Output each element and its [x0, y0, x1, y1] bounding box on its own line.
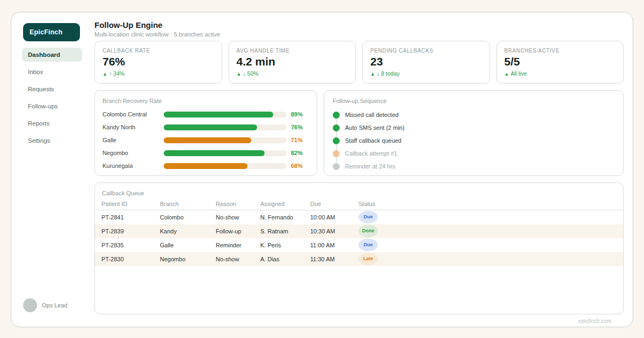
kpi-row: CALLBACK RATE76%▲↑ 34%AVG HANDLE TIME4.2… — [94, 41, 624, 84]
kpi-delta-text: All live — [510, 70, 526, 77]
bar-label: Kandy North — [103, 124, 164, 130]
bar-track — [164, 112, 287, 117]
kpi-delta-text: ↑ 34% — [109, 70, 125, 77]
avatar — [23, 298, 37, 312]
cell-due: 10:00 AM — [310, 210, 358, 224]
followup-sequence-panel: Follow-up Sequence Missed call detectedA… — [324, 90, 624, 176]
middle-row: Branch Recovery Rate Colombo Central89%K… — [94, 90, 624, 176]
user-name: Ops Lead — [42, 302, 68, 308]
cell-branch: Colombo — [160, 210, 216, 224]
sidebar-item-inbox[interactable]: Inbox — [22, 65, 82, 79]
sequence-step-4: Callback attempt #1 — [333, 147, 614, 160]
sidebar-item-dashboard[interactable]: Dashboard — [22, 48, 82, 62]
kpi-delta-text: ↓ 8 today — [377, 70, 400, 77]
bar-track — [164, 137, 287, 143]
page-title: Follow-Up Engine — [94, 21, 624, 30]
cell-patient-id: PT-2841 — [95, 210, 160, 224]
table-row-pt-2839[interactable]: PT-2839KandyFollow-upS. Ratnam10:30 AMDo… — [95, 224, 623, 238]
sidebar-item-reports[interactable]: Reports — [22, 116, 82, 130]
sidebar-item-requests[interactable]: Requests — [22, 82, 82, 96]
bar-chart: Colombo Central89%Kandy North76%Galle71%… — [103, 108, 309, 172]
bar-fill — [164, 137, 251, 143]
step-label: Auto SMS sent (2 min) — [345, 124, 405, 131]
step-pending-dot-icon — [333, 163, 340, 170]
user-chip[interactable]: Ops Lead — [23, 298, 68, 312]
bar-label: Colombo Central — [103, 111, 164, 117]
kpi-value: 23 — [370, 55, 482, 68]
trend-up-icon: ▲ — [103, 71, 107, 77]
cell-assigned: A. Dias — [260, 252, 310, 266]
bar-track — [164, 163, 287, 169]
kpi-value: 5/5 — [504, 55, 616, 68]
sidebar-item-label: Dashboard — [28, 52, 60, 58]
kpi-label: PENDING CALLBACKS — [370, 48, 482, 54]
footer-link[interactable]: epicfinch.com — [579, 318, 611, 324]
bar-row-negombo: Negombo82% — [103, 146, 309, 159]
bar-label: Negombo — [103, 150, 164, 156]
bar-fill — [164, 112, 273, 117]
status-badge: Done — [358, 225, 378, 237]
bar-fill — [164, 150, 265, 156]
sidebar-item-settings[interactable]: Settings — [22, 134, 82, 148]
sidebar-item-label: Reports — [28, 120, 49, 127]
kpi-value: 76% — [103, 55, 214, 68]
kpi-card-avg-handle-time: AVG HANDLE TIME4.2 min▲↓ 50% — [229, 41, 356, 84]
main-content: Follow-Up Engine Multi-location clinic w… — [94, 21, 624, 314]
cell-patient-id: PT-2835 — [95, 238, 160, 252]
bar-fill — [164, 163, 247, 169]
cell-reason: Reminder — [216, 238, 260, 252]
trend-up-icon: ▲ — [504, 71, 509, 77]
table-row-pt-2841[interactable]: PT-2841ColomboNo-showN. Fernando10:00 AM… — [95, 210, 623, 224]
bar-value: 82% — [291, 150, 309, 156]
bar-fill — [164, 124, 257, 130]
cell-patient-id: PT-2839 — [95, 224, 160, 238]
cell-status: Done — [358, 224, 623, 238]
cell-branch: Galle — [160, 238, 216, 252]
cell-assigned: N. Fernando — [260, 210, 310, 224]
sidebar: EpicFinch DashboardInboxRequestsFollow-u… — [22, 23, 82, 317]
kpi-label: BRANCHES ACTIVE — [504, 48, 616, 54]
page-subtitle: Multi-location clinic workflow · 5 branc… — [94, 31, 624, 38]
epicfinch-logo: EpicFinch — [23, 23, 80, 41]
kpi-delta: ▲All live — [504, 70, 616, 77]
kpi-card-branches-active: BRANCHES ACTIVE5/5▲All live — [496, 41, 624, 84]
cell-status: Late — [358, 252, 623, 266]
table-row-pt-2830[interactable]: PT-2830NegomboNo-showA. Dias11:30 AMLate — [95, 252, 623, 266]
sidebar-item-label: Inbox — [28, 69, 43, 75]
column-header-patient-id: Patient ID — [95, 200, 160, 210]
cell-status: Due — [358, 210, 623, 224]
step-label: Callback attempt #1 — [345, 150, 397, 157]
sidebar-item-follow-ups[interactable]: Follow-ups — [22, 99, 82, 113]
step-active-dot-icon — [333, 150, 340, 157]
sequence-step-3: Staff callback queued — [333, 134, 614, 147]
cell-status: Due — [358, 238, 623, 252]
cell-branch: Kandy — [160, 224, 216, 238]
column-header-branch: Branch — [160, 200, 216, 210]
column-header-due: Due — [310, 200, 358, 210]
kpi-label: AVG HANDLE TIME — [237, 48, 348, 54]
panel-title: Branch Recovery Rate — [103, 98, 309, 104]
bar-value: 76% — [291, 124, 309, 130]
cell-reason: Follow-up — [216, 224, 260, 238]
trend-up-icon: ▲ — [237, 71, 241, 77]
step-done-dot-icon — [333, 124, 340, 131]
cell-due: 11:00 AM — [310, 238, 358, 252]
sidebar-item-label: Follow-ups — [28, 103, 58, 109]
sequence-step-1: Missed call detected — [333, 108, 614, 121]
bar-row-kurunegala: Kurunegala68% — [103, 159, 309, 172]
table-row-pt-2835[interactable]: PT-2835GalleReminderK. Peris11:00 AMDue — [95, 238, 623, 252]
sequence-step-5: Reminder at 24 hrs — [333, 160, 614, 173]
column-header-assigned: Assigned — [260, 200, 310, 210]
sidebar-item-label: Requests — [28, 86, 54, 92]
sequence-steps: Missed call detectedAuto SMS sent (2 min… — [333, 108, 614, 173]
cell-patient-id: PT-2830 — [95, 252, 160, 266]
bar-track — [164, 124, 287, 130]
cell-reason: No-show — [216, 252, 260, 266]
logo-text: EpicFinch — [30, 28, 63, 36]
queue-table: Patient IDBranchReasonAssignedDueStatus … — [95, 200, 623, 266]
sidebar-nav: DashboardInboxRequestsFollow-upsReportsS… — [22, 48, 82, 148]
bar-track — [164, 150, 287, 156]
kpi-card-callback-rate: CALLBACK RATE76%▲↑ 34% — [94, 41, 222, 84]
cell-assigned: K. Peris — [260, 238, 310, 252]
bar-value: 89% — [291, 111, 309, 117]
